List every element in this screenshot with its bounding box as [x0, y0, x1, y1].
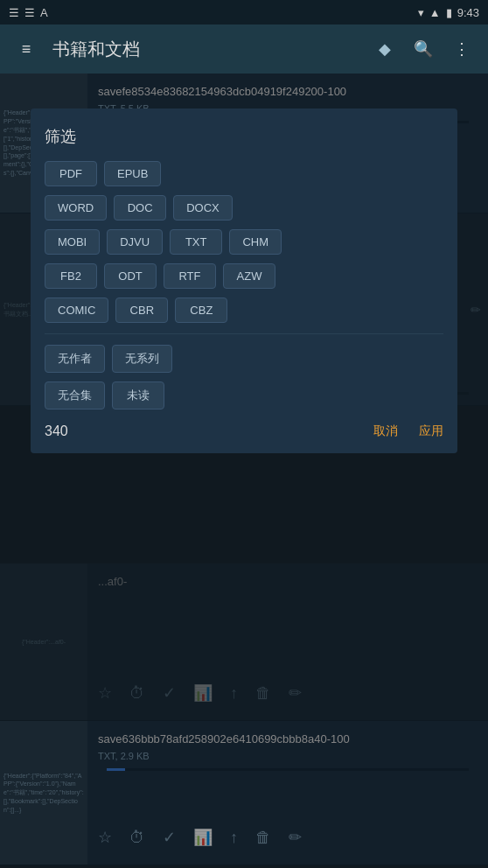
main-content: {"Header":{"Platform":"84","APP":"Versio… — [0, 74, 488, 868]
filter-chip-pdf[interactable]: PDF — [45, 161, 97, 186]
menu-icon: ≡ — [22, 40, 31, 59]
more-icon: ⋮ — [454, 39, 470, 59]
wifi-icon: ▾ — [418, 6, 424, 19]
filter-chip-epub[interactable]: EPUB — [104, 161, 161, 186]
page-title: 书籍和文档 — [52, 38, 359, 61]
filter-chip-azw[interactable]: AZW — [223, 263, 275, 289]
notification-icon-2: ☰ — [24, 6, 35, 19]
filter-chip-word[interactable]: WORD — [45, 195, 107, 220]
filter-chip-comic[interactable]: COMIC — [45, 298, 108, 323]
filter-formats-row-3: MOBI DJVU TXT CHM — [45, 229, 443, 255]
filter-chip-doc[interactable]: DOC — [114, 195, 166, 220]
filter-dialog: 筛选 PDF EPUB WORD DOC DOCX MOBI DJVU TXT … — [31, 108, 457, 453]
filter-formats-row-4: FB2 ODT RTF AZW — [45, 263, 443, 289]
filter-footer: 340 取消 应用 — [45, 424, 443, 439]
filter-action-buttons: 取消 应用 — [373, 424, 443, 439]
more-button[interactable]: ⋮ — [450, 37, 474, 61]
menu-button[interactable]: ≡ — [14, 37, 38, 61]
filter-chip-rtf[interactable]: RTF — [164, 263, 216, 289]
notification-icon-3: A — [40, 6, 48, 19]
notification-icon-1: ☰ — [9, 6, 19, 19]
filter-chip-txt[interactable]: TXT — [170, 229, 222, 255]
filter-divider — [45, 333, 443, 334]
filter-cancel-button[interactable]: 取消 — [373, 424, 398, 439]
filter-apply-button[interactable]: 应用 — [419, 424, 443, 439]
filter-extra-row-1: 无作者 无系列 — [45, 345, 443, 373]
filter-formats-row-2: WORD DOC DOCX — [45, 195, 443, 220]
status-right-icons: ▾ ▲ ▮ 9:43 — [418, 6, 479, 19]
filter-dialog-title: 筛选 — [45, 126, 443, 147]
diamond-button[interactable]: ◆ — [373, 37, 397, 61]
battery-icon: ▮ — [446, 6, 452, 19]
filter-chip-cbz[interactable]: CBZ — [175, 298, 227, 323]
filter-chip-mobi[interactable]: MOBI — [45, 229, 100, 255]
filter-chip-no-collection[interactable]: 无合集 — [45, 382, 105, 410]
time-display: 9:43 — [457, 6, 479, 19]
filter-count: 340 — [45, 424, 68, 439]
filter-formats-row-1: PDF EPUB — [45, 161, 443, 186]
filter-chip-no-author[interactable]: 无作者 — [45, 345, 105, 373]
filter-chip-unread[interactable]: 未读 — [112, 382, 164, 410]
filter-formats-row-5: COMIC CBR CBZ — [45, 298, 443, 323]
filter-chip-cbr[interactable]: CBR — [115, 298, 168, 323]
search-button[interactable]: 🔍 — [411, 37, 436, 61]
signal-icon: ▲ — [429, 6, 441, 19]
search-icon: 🔍 — [414, 39, 433, 59]
filter-chip-odt[interactable]: ODT — [104, 263, 157, 289]
status-left-icons: ☰ ☰ A — [9, 6, 48, 19]
diamond-icon: ◆ — [379, 39, 391, 59]
status-bar: ☰ ☰ A ▾ ▲ ▮ 9:43 — [0, 0, 488, 24]
filter-chip-fb2[interactable]: FB2 — [45, 263, 97, 289]
filter-chip-djvu[interactable]: DJVU — [107, 229, 163, 255]
filter-extra-row-2: 无合集 未读 — [45, 382, 443, 410]
filter-chip-docx[interactable]: DOCX — [173, 195, 233, 220]
app-bar: ≡ 书籍和文档 ◆ 🔍 ⋮ — [0, 24, 488, 74]
filter-chip-no-series[interactable]: 无系列 — [112, 345, 172, 373]
filter-chip-chm[interactable]: CHM — [229, 229, 282, 255]
